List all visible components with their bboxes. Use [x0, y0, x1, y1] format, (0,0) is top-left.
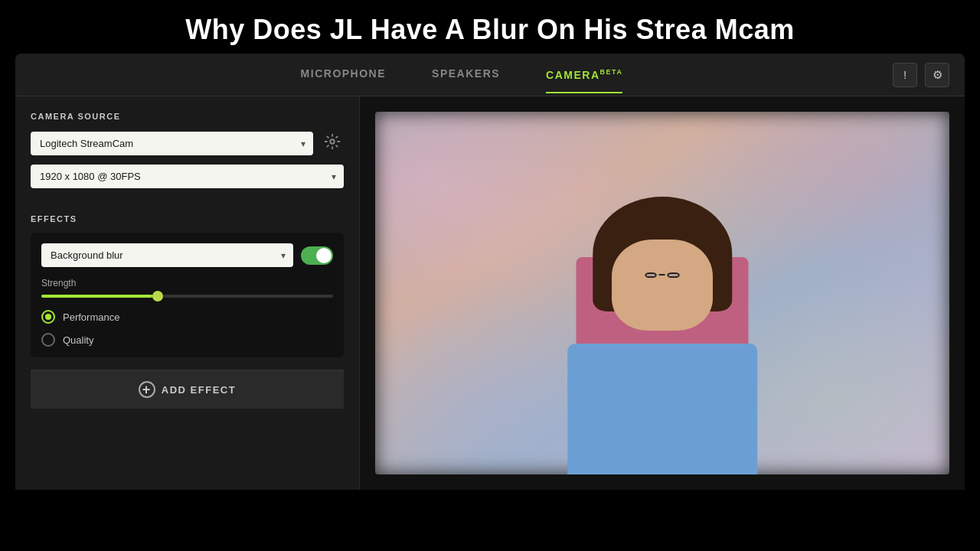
nav-actions: ! ⚙: [893, 63, 949, 87]
person-body: [505, 148, 821, 474]
face-element: [612, 240, 713, 331]
strength-slider-fill: [41, 295, 158, 298]
main-content: CAMERA SOURCE Logitech StreamCam ▾: [15, 96, 965, 490]
left-panel: CAMERA SOURCE Logitech StreamCam ▾: [15, 96, 360, 490]
effect-select[interactable]: Background blur Virtual background Face …: [41, 243, 293, 267]
radio-quality-circle: [41, 333, 55, 347]
camera-preview: [375, 112, 949, 474]
effect-toggle[interactable]: [301, 246, 333, 265]
add-effect-icon: +: [139, 381, 155, 398]
notification-button[interactable]: !: [893, 63, 917, 87]
right-lens: [668, 272, 679, 278]
glass-bridge: [659, 274, 665, 276]
right-panel: [360, 96, 965, 490]
page-title: Why Does JL Have A Blur On His Strea Mca…: [0, 0, 980, 54]
radio-quality[interactable]: Quality: [41, 333, 333, 347]
effects-section: EFFECTS Background blur Virtual backgrou…: [31, 214, 344, 474]
cam-settings-icon: [324, 133, 341, 150]
camera-settings-button[interactable]: [321, 130, 344, 157]
resolution-select-wrapper: 1920 x 1080 @ 30FPS 980 x 551 @ 30FPS 1…: [31, 165, 344, 188]
tab-speakers[interactable]: SPEAKERS: [432, 67, 500, 83]
tab-camera[interactable]: CAMERABETA: [546, 68, 622, 93]
effects-section-label: EFFECTS: [31, 214, 344, 223]
strength-row: Strength: [41, 278, 333, 298]
tab-microphone[interactable]: MICROPHONE: [301, 67, 386, 83]
radio-group: Performance Quality: [41, 310, 333, 347]
add-effect-button[interactable]: + ADD EFFECT: [31, 370, 344, 409]
effect-row: Background blur Virtual background Face …: [41, 243, 333, 267]
strength-label: Strength: [41, 278, 333, 289]
strength-slider-track: [41, 295, 333, 298]
app-window: MICROPHONE SPEAKERS CAMERABETA ! ⚙ CAMER…: [15, 54, 965, 490]
glasses-element: [645, 272, 680, 278]
shirt-element: [567, 344, 757, 474]
camera-source-section: CAMERA SOURCE Logitech StreamCam ▾: [31, 112, 344, 196]
radio-performance-label: Performance: [63, 311, 119, 323]
svg-point-0: [330, 139, 335, 144]
radio-performance-circle: [41, 310, 55, 324]
nav-tabs: MICROPHONE SPEAKERS CAMERABETA: [31, 67, 893, 83]
resolution-select[interactable]: 1920 x 1080 @ 30FPS 980 x 551 @ 30FPS 1…: [31, 165, 344, 188]
add-effect-label: ADD EFFECT: [162, 384, 236, 396]
nav-bar: MICROPHONE SPEAKERS CAMERABETA ! ⚙: [15, 54, 965, 96]
left-lens: [645, 272, 657, 278]
device-select-wrapper: Logitech StreamCam ▾: [31, 132, 313, 155]
camera-source-row: Logitech StreamCam ▾: [31, 130, 344, 157]
effect-select-wrapper: Background blur Virtual background Face …: [41, 243, 293, 267]
strength-slider-thumb[interactable]: [152, 291, 163, 302]
radio-quality-label: Quality: [63, 334, 93, 346]
effects-box: Background blur Virtual background Face …: [31, 233, 344, 357]
person-container: [375, 112, 949, 474]
device-select[interactable]: Logitech StreamCam: [31, 132, 313, 155]
settings-button[interactable]: ⚙: [925, 63, 949, 87]
camera-source-label: CAMERA SOURCE: [31, 112, 344, 121]
radio-performance[interactable]: Performance: [41, 310, 333, 324]
